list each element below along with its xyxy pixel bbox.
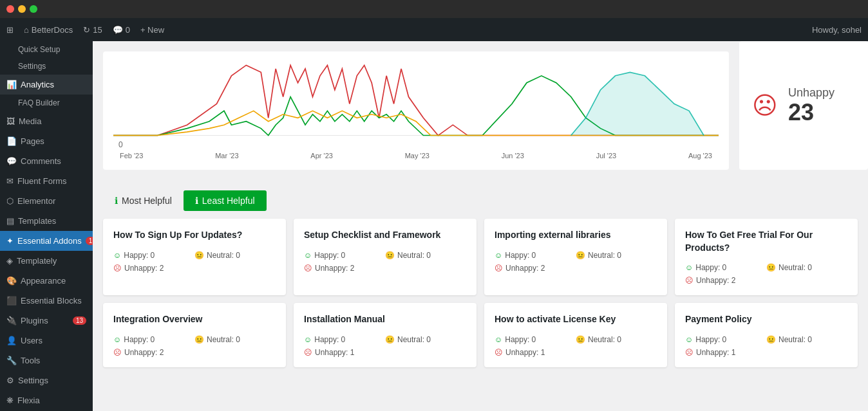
- cards-grid: How To Sign Up For Updates? ☺ Happy: 0 😐…: [93, 219, 868, 378]
- stat-happy-6: ☺ Happy: 0: [495, 335, 576, 344]
- tab-least-helpful[interactable]: ℹ Least Helpful: [184, 190, 267, 211]
- happy-icon-4: ☺: [113, 335, 121, 344]
- card-0: How To Sign Up For Updates? ☺ Happy: 0 😐…: [103, 219, 286, 295]
- pages-icon: 📄: [6, 136, 17, 146]
- card-stats-3: ☺ Happy: 0 😐 Neutral: 0 ☹ Unhappy: 2: [685, 263, 847, 285]
- sidebar-item-analytics[interactable]: 📊 Analytics: [0, 75, 93, 95]
- card-6: How to activate License Key ☺ Happy: 0 😐…: [484, 303, 667, 367]
- users-icon: 👤: [6, 336, 17, 345]
- flexia-icon: ❋: [6, 396, 14, 405]
- happy-label-0: Happy: 0: [124, 251, 155, 260]
- sidebar-item-quick-setup[interactable]: Quick Setup: [0, 41, 93, 58]
- maximize-button[interactable]: [30, 5, 37, 13]
- sidebar-item-essential-blocks[interactable]: ⬛ Essential Blocks: [0, 291, 93, 311]
- new-label: + New: [140, 25, 164, 35]
- sidebar-item-settings[interactable]: ⚙ Settings: [0, 370, 93, 390]
- updates-count: 15: [93, 25, 102, 35]
- sidebar-item-fluent-forms[interactable]: ✉ Fluent Forms: [0, 171, 93, 191]
- unhappy-panel: ☹ Unhappy 23: [739, 41, 868, 170]
- stat-happy-7: ☺ Happy: 0: [685, 335, 766, 344]
- neutral-label-7: Neutral: 0: [778, 335, 812, 344]
- new-content-link[interactable]: + New: [140, 25, 164, 35]
- card-3: How To Get Free Trial For Our Products? …: [675, 219, 858, 295]
- tab-most-helpful[interactable]: ℹ Most Helpful: [103, 190, 184, 211]
- updates-link[interactable]: ↻ 15: [83, 25, 102, 35]
- plugins-label: Plugins: [21, 316, 48, 325]
- card-1: Setup Checklist and Framework ☺ Happy: 0…: [294, 219, 476, 295]
- card-title-2: Importing external libraries: [495, 229, 657, 242]
- unhappy-icon-2: ☹: [495, 264, 503, 273]
- most-helpful-label: Most Helpful: [122, 196, 172, 206]
- sidebar-item-templately[interactable]: ◈ Templately: [0, 251, 93, 271]
- users-label: Users: [21, 336, 42, 345]
- wp-logo-icon[interactable]: ⊞: [6, 25, 14, 35]
- top-row: 0 Feb '23 Mar '23 Apr '23 May '23 Jun '2…: [93, 41, 868, 180]
- neutral-label-0: Neutral: 0: [207, 251, 240, 260]
- neutral-label-4: Neutral: 0: [207, 335, 240, 344]
- sidebar-item-users[interactable]: 👤 Users: [0, 331, 93, 351]
- x-label-may: May '23: [405, 152, 429, 160]
- site-link[interactable]: ⌂ BetterDocs: [24, 25, 73, 35]
- neutral-icon-7: 😐: [766, 335, 776, 344]
- neutral-label-3: Neutral: 0: [778, 263, 812, 272]
- neutral-label-5: Neutral: 0: [397, 335, 431, 344]
- stat-neutral-1: 😐 Neutral: 0: [385, 251, 466, 260]
- unhappy-icon: ☹: [752, 91, 778, 120]
- media-label: Media: [19, 116, 41, 126]
- elementor-icon: ⬡: [6, 196, 14, 206]
- sidebar-item-media[interactable]: 🖼 Media: [0, 111, 93, 131]
- card-stats-2: ☺ Happy: 0 😐 Neutral: 0 ☹ Unhappy: 2: [495, 251, 657, 273]
- neutral-icon-0: 😐: [194, 251, 204, 260]
- appearance-label: Appearance: [21, 276, 66, 286]
- sidebar-item-comments[interactable]: 💬 Comments: [0, 151, 93, 171]
- unhappy-label-1: Unhappy: 2: [315, 264, 354, 273]
- sidebar-item-pages[interactable]: 📄 Pages: [0, 131, 93, 151]
- comments-link[interactable]: 💬 0: [113, 25, 130, 35]
- sidebar-item-appearance[interactable]: 🎨 Appearance: [0, 271, 93, 291]
- close-button[interactable]: [6, 5, 14, 13]
- card-stats-4: ☺ Happy: 0 😐 Neutral: 0 ☹ Unhappy: 2: [113, 335, 276, 357]
- tools-label: Tools: [21, 356, 40, 365]
- templates-icon: ▤: [6, 216, 14, 226]
- stat-neutral-5: 😐 Neutral: 0: [385, 335, 466, 344]
- comments-icon: 💬: [113, 25, 123, 35]
- happy-icon-2: ☺: [495, 251, 502, 260]
- neutral-label-2: Neutral: 0: [588, 251, 621, 260]
- card-title-5: Installation Manual: [304, 313, 466, 326]
- unhappy-label-6: Unhappy: 1: [505, 348, 545, 357]
- sidebar-item-settings-top[interactable]: Settings: [0, 58, 93, 75]
- fluent-forms-label: Fluent Forms: [17, 176, 67, 186]
- least-helpful-label: Least Helpful: [202, 196, 255, 206]
- happy-icon-3: ☺: [685, 263, 693, 272]
- neutral-icon-5: 😐: [385, 335, 395, 344]
- happy-icon-1: ☺: [304, 251, 312, 260]
- sidebar-item-plugins[interactable]: 🔌 Plugins 13: [0, 311, 93, 331]
- card-title-1: Setup Checklist and Framework: [304, 229, 466, 242]
- unhappy-label-0: Unhappy: 2: [124, 264, 164, 273]
- essential-addons-badge: 1: [86, 237, 93, 245]
- essential-blocks-icon: ⬛: [6, 296, 17, 306]
- chart-panel: 0 Feb '23 Mar '23 Apr '23 May '23 Jun '2…: [103, 51, 729, 170]
- settings-icon: ⚙: [6, 376, 14, 385]
- x-label-jun: Jun '23: [502, 152, 524, 160]
- titlebar: [0, 0, 868, 18]
- chart-zero-label: 0: [118, 140, 123, 149]
- sidebar-item-flexia[interactable]: ❋ Flexia: [0, 390, 93, 410]
- sidebar-item-faq-builder[interactable]: FAQ Builder: [0, 95, 93, 111]
- sidebar-item-elementor[interactable]: ⬡ Elementor: [0, 191, 93, 211]
- stat-happy-5: ☺ Happy: 0: [304, 335, 385, 344]
- unhappy-info: Unhappy 23: [788, 86, 835, 125]
- fluent-forms-icon: ✉: [6, 176, 14, 186]
- happy-icon-5: ☺: [304, 335, 312, 344]
- sidebar-item-tools[interactable]: 🔧 Tools: [0, 351, 93, 370]
- happy-label-6: Happy: 0: [505, 335, 536, 344]
- essential-addons-label: Essential Addons: [17, 236, 82, 246]
- unhappy-icon-1: ☹: [304, 264, 312, 273]
- minimize-button[interactable]: [18, 5, 26, 13]
- neutral-icon-4: 😐: [194, 335, 204, 344]
- happy-icon-7: ☺: [685, 335, 693, 344]
- sidebar-item-templates[interactable]: ▤ Templates: [0, 211, 93, 231]
- main-layout: Quick Setup Settings 📊 Analytics FAQ Bui…: [0, 41, 868, 411]
- card-2: Importing external libraries ☺ Happy: 0 …: [484, 219, 667, 295]
- sidebar-item-essential-addons[interactable]: ✦ Essential Addons 1: [0, 231, 93, 251]
